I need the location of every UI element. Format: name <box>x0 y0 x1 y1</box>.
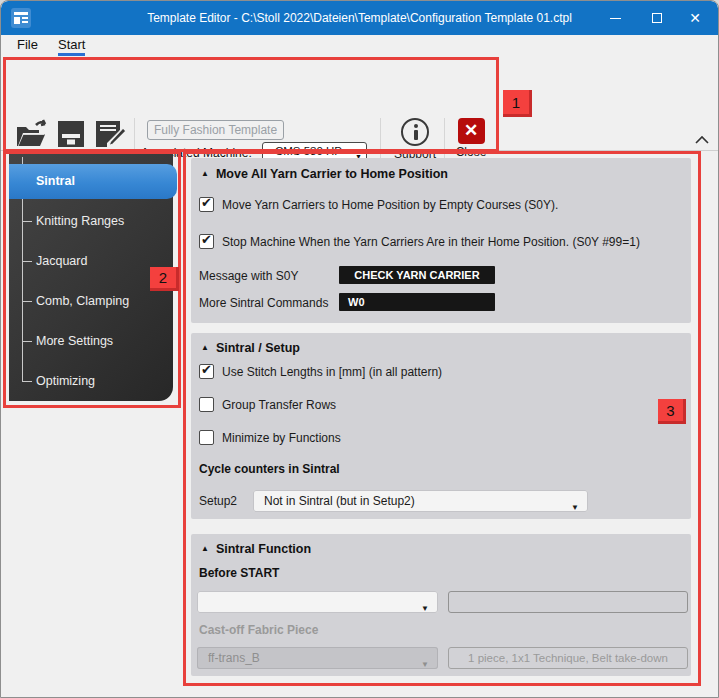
checkbox-minimize-functions[interactable]: Minimize by Functions <box>199 430 341 445</box>
section-header-home-position[interactable]: ▲ Move All Yarn Carrier to Home Position <box>201 167 448 181</box>
window-close-button[interactable]: ✕ <box>678 1 712 35</box>
save-floppy-icon <box>55 118 87 150</box>
close-x-icon: ✕ <box>458 118 485 144</box>
collapse-icon: ▲ <box>201 343 209 352</box>
collapse-icon: ▲ <box>201 544 209 553</box>
fully-fashion-template-button: Fully Fashion Template <box>147 120 284 140</box>
template-editor-window: Template Editor - C:\Stoll 2022\Dateien\… <box>0 0 719 698</box>
setup2-value: Not in Sintral (but in Setup2) <box>264 494 415 508</box>
menu-bar: File Start <box>1 35 718 58</box>
annotation-badge-3: 3 <box>658 399 686 424</box>
chevron-down-icon: ▼ <box>571 497 579 519</box>
section-title: Move All Yarn Carrier to Home Position <box>216 167 448 181</box>
checkbox-label: Group Transfer Rows <box>222 398 336 412</box>
collapse-ribbon-chevron-icon[interactable] <box>694 134 710 146</box>
check-icon: ✔ <box>201 362 212 377</box>
sidebar-item-jacquard[interactable]: Jacquard <box>36 254 87 268</box>
sidebar-item-more-settings[interactable]: More Settings <box>36 334 113 348</box>
support-button[interactable]: Support <box>389 118 441 161</box>
section-sintral-setup: ▲ Sintral / Setup ✔ Use Stitch Lengths i… <box>191 333 691 519</box>
castoff-value: ff-trans_B <box>208 651 260 665</box>
before-start-field[interactable] <box>448 591 688 613</box>
checkbox-stop-machine[interactable]: ✔ Stop Machine When the Yarn Carriers Ar… <box>199 234 640 249</box>
before-start-label: Before START <box>199 566 279 580</box>
checkbox-label: Move Yarn Carriers to Home Position by E… <box>222 198 558 212</box>
check-icon: ✔ <box>201 232 212 247</box>
more-sintral-commands-field[interactable]: W0 <box>339 293 495 311</box>
more-sintral-commands-label: More Sintral Commands <box>199 296 328 310</box>
maximize-icon <box>652 13 662 23</box>
sidebar-item-optimizing[interactable]: Optimizing <box>36 374 95 388</box>
minimize-icon <box>610 18 621 19</box>
ribbon-bottom-divider <box>1 150 718 151</box>
castoff-fabric-label: Cast-off Fabric Piece <box>199 623 318 637</box>
collapse-icon: ▲ <box>201 169 209 178</box>
checkbox-label: Minimize by Functions <box>222 431 341 445</box>
annotation-badge-1: 1 <box>503 90 532 117</box>
checkbox-stitch-lengths[interactable]: ✔ Use Stitch Lengths in [mm] (in all pat… <box>199 364 442 379</box>
close-icon: ✕ <box>689 10 701 26</box>
checkbox-label: Use Stitch Lengths in [mm] (in all patte… <box>222 365 442 379</box>
checkbox-box <box>199 430 214 445</box>
cycle-counters-label: Cycle counters in Sintral <box>199 462 340 476</box>
save-as-floppy-pencil-icon <box>93 118 127 150</box>
sidebar-item-comb-clamping[interactable]: Comb, Clamping <box>36 294 129 308</box>
close-button[interactable]: ✕ Close <box>449 118 493 159</box>
checkbox-box: ✔ <box>199 197 214 212</box>
check-icon: ✔ <box>201 195 212 210</box>
checkbox-move-carriers[interactable]: ✔ Move Yarn Carriers to Home Position by… <box>199 197 558 212</box>
title-bar: Template Editor - C:\Stoll 2022\Dateien\… <box>1 1 718 35</box>
castoff-dropdown: ff-trans_B ▼ <box>197 647 438 669</box>
maximize-button[interactable] <box>640 1 674 35</box>
before-start-dropdown[interactable]: ▼ <box>197 591 438 613</box>
chevron-down-icon: ▼ <box>421 598 429 620</box>
menu-file[interactable]: File <box>17 37 38 52</box>
minimize-button[interactable] <box>598 1 632 35</box>
section-home-position: ▲ Move All Yarn Carrier to Home Position… <box>191 158 691 323</box>
checkbox-box: ✔ <box>199 364 214 379</box>
checkbox-box: ✔ <box>199 234 214 249</box>
section-title: Sintral / Setup <box>216 341 300 355</box>
castoff-field: 1 piece, 1x1 Technique, Belt take-down <box>448 647 688 669</box>
ribbon-toolbar: Load... Save SaveAs... Fully Fashion Tem… <box>1 58 718 150</box>
load-folder-icon <box>15 118 49 150</box>
section-header-sintral-function[interactable]: ▲ Sintral Function <box>201 542 311 556</box>
checkbox-box <box>199 397 214 412</box>
info-icon <box>401 118 429 146</box>
setup2-label: Setup2 <box>199 494 237 508</box>
annotation-badge-2: 2 <box>150 267 179 291</box>
section-sintral-function: ▲ Sintral Function Before START ▼ Cast-o… <box>191 534 691 676</box>
section-title: Sintral Function <box>216 542 311 556</box>
checkbox-label: Stop Machine When the Yarn Carriers Are … <box>222 235 640 249</box>
checkbox-group-transfer-rows[interactable]: Group Transfer Rows <box>199 397 336 412</box>
message-s0y-field[interactable]: CHECK YARN CARRIER <box>339 266 495 284</box>
section-header-sintral-setup[interactable]: ▲ Sintral / Setup <box>201 341 300 355</box>
menu-start-active[interactable]: Start <box>58 37 85 52</box>
message-s0y-label: Message with S0Y <box>199 269 298 283</box>
sidebar-item-sintral[interactable]: Sintral <box>9 164 177 199</box>
sidebar-item-knitting-ranges[interactable]: Knitting Ranges <box>36 214 124 228</box>
setup2-dropdown[interactable]: Not in Sintral (but in Setup2) ▼ <box>253 490 588 512</box>
chevron-down-icon: ▼ <box>421 654 429 676</box>
